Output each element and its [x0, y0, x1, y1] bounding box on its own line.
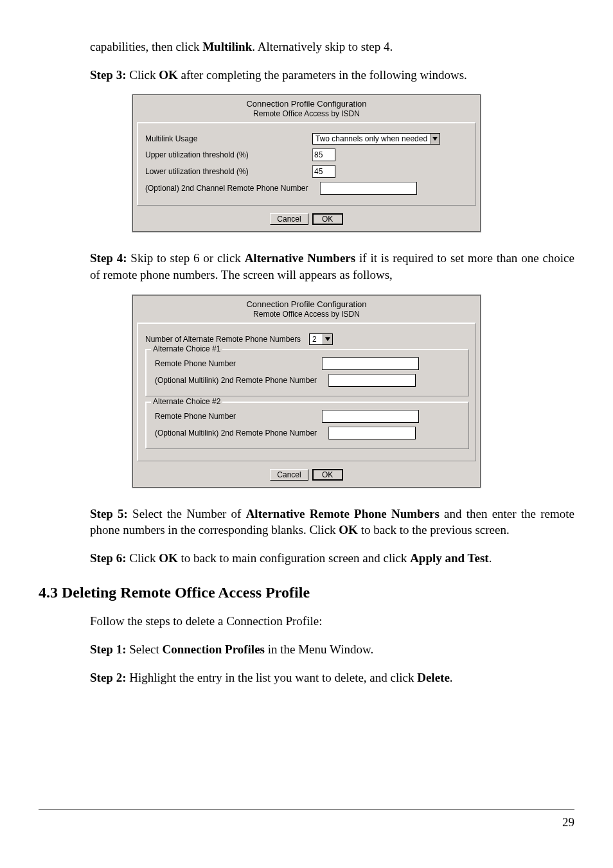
step6-bold2: Apply and Test	[410, 551, 489, 565]
dstep2-pre: Highlight the entry in the list you want…	[126, 671, 417, 684]
step3-bold: OK	[159, 68, 178, 82]
dialog2-buttons: Cancel OK	[133, 465, 480, 487]
dstep2-bold: Delete	[417, 671, 450, 684]
dialog2-title: Connection Profile Configuration Remote …	[133, 296, 480, 320]
step5-post: to back to the previous screen.	[358, 523, 510, 536]
row-multilink-usage: Multilink Usage Two channels only when n…	[145, 133, 469, 145]
input-upper-threshold[interactable]	[312, 148, 335, 161]
delete-intro: Follow the steps to delete a Connection …	[90, 613, 574, 630]
step3-line: Step 3: Click OK after completing the pa…	[90, 67, 574, 84]
c2-label-remote: Remote Phone Number	[151, 412, 322, 421]
chevron-down-icon[interactable]	[430, 134, 440, 144]
c1-input-remote[interactable]	[322, 357, 419, 370]
step3-label: Step 3:	[90, 68, 126, 82]
dstep1-pre: Select	[126, 642, 162, 656]
step3-post: after completing the parameters in the f…	[178, 68, 467, 82]
step6-bold1: OK	[159, 551, 178, 565]
intro-post: . Alternatively skip to step 4.	[252, 40, 393, 53]
step5-bold1: Alternative Remote Phone Numbers	[246, 507, 440, 520]
c2-input-opt[interactable]	[328, 427, 416, 439]
dstep1-label: Step 1:	[90, 642, 126, 656]
select-multilink-usage[interactable]: Two channels only when needed	[312, 133, 440, 145]
step6-pre: Click	[126, 551, 159, 565]
row-upper-threshold: Upper utilization threshold (%)	[145, 148, 469, 161]
svg-marker-0	[432, 137, 438, 141]
intro-bold: Multilink	[202, 40, 252, 53]
step4-bold: Alternative Numbers	[245, 251, 356, 265]
step6-line: Step 6: Click OK to back to main configu…	[90, 550, 574, 567]
dialog2-title1: Connection Profile Configuration	[136, 299, 477, 309]
c2-row-opt: (Optional Multilink) 2nd Remote Phone Nu…	[151, 427, 463, 439]
dstep2-label: Step 2:	[90, 671, 126, 684]
dstep1-line: Step 1: Select Connection Profiles in th…	[90, 641, 574, 658]
cancel-button[interactable]: Cancel	[270, 469, 308, 481]
step4-pre: Skip to step 6 or click	[127, 251, 245, 265]
dialog-multilink: Connection Profile Configuration Remote …	[132, 94, 481, 232]
intro-line: capabilities, then click Multilink. Alte…	[90, 39, 574, 55]
label-num-alternate: Number of Alternate Remote Phone Numbers	[145, 335, 309, 344]
dstep1-post: in the Menu Window.	[265, 642, 373, 656]
c2-row-remote: Remote Phone Number	[151, 410, 463, 423]
dstep1-bold: Connection Profiles	[162, 642, 265, 656]
dialog2-title2: Remote Office Access by ISDN	[136, 310, 477, 319]
legend-choice1: Alternate Choice #1	[151, 344, 222, 353]
fieldset-choice2: Alternate Choice #2 Remote Phone Number …	[145, 402, 469, 449]
label-lower-threshold: Lower utilization threshold (%)	[145, 167, 312, 176]
c1-input-opt[interactable]	[328, 374, 416, 387]
footer-rule	[39, 810, 574, 810]
page-number: 29	[562, 815, 574, 829]
dialog2-body: Number of Alternate Remote Phone Numbers…	[137, 323, 476, 461]
ok-button[interactable]: OK	[312, 213, 343, 225]
c1-label-remote: Remote Phone Number	[151, 359, 322, 368]
dialog1-title1: Connection Profile Configuration	[136, 99, 477, 109]
dialog1-buttons: Cancel OK	[133, 209, 480, 231]
step5-label: Step 5:	[90, 507, 128, 520]
c1-row-remote: Remote Phone Number	[151, 357, 463, 370]
select-multilink-text: Two channels only when needed	[313, 134, 430, 144]
select-num-alternate[interactable]: 2	[309, 333, 333, 345]
step5-line: Step 5: Select the Number of Alternative…	[90, 506, 574, 538]
dialog-alt-numbers: Connection Profile Configuration Remote …	[132, 295, 481, 488]
select-num-text: 2	[310, 334, 323, 344]
row-optional-phone: (Optional) 2nd Channel Remote Phone Numb…	[145, 182, 469, 195]
step6-mid: to back to main configuration screen and…	[178, 551, 410, 565]
step5-bold2: OK	[339, 523, 358, 536]
chevron-down-icon[interactable]	[323, 334, 332, 344]
dialog1-title: Connection Profile Configuration Remote …	[133, 95, 480, 120]
input-optional-phone[interactable]	[320, 182, 417, 195]
c1-label-opt: (Optional Multilink) 2nd Remote Phone Nu…	[151, 376, 328, 385]
step6-post: .	[489, 551, 492, 565]
step3-pre: Click	[126, 68, 159, 82]
c2-input-remote[interactable]	[322, 410, 419, 423]
legend-choice2: Alternate Choice #2	[151, 397, 222, 406]
step5-pre: Select the Number of	[128, 507, 246, 520]
dialog1-title2: Remote Office Access by ISDN	[136, 109, 477, 118]
dialog1-body: Multilink Usage Two channels only when n…	[137, 122, 476, 206]
c1-row-opt: (Optional Multilink) 2nd Remote Phone Nu…	[151, 374, 463, 387]
cancel-button[interactable]: Cancel	[270, 213, 308, 225]
row-num-alternate: Number of Alternate Remote Phone Numbers…	[145, 333, 469, 345]
intro-pre: capabilities, then click	[90, 40, 202, 53]
step4-label: Step 4:	[90, 251, 127, 265]
input-lower-threshold[interactable]	[312, 165, 335, 178]
label-multilink-usage: Multilink Usage	[145, 134, 312, 143]
step6-label: Step 6:	[90, 551, 126, 565]
c2-label-opt: (Optional Multilink) 2nd Remote Phone Nu…	[151, 429, 328, 438]
ok-button[interactable]: OK	[312, 469, 343, 481]
fieldset-choice1: Alternate Choice #1 Remote Phone Number …	[145, 349, 469, 396]
label-optional-phone: (Optional) 2nd Channel Remote Phone Numb…	[145, 184, 320, 193]
dstep2-line: Step 2: Highlight the entry in the list …	[90, 669, 574, 686]
label-upper-threshold: Upper utilization threshold (%)	[145, 150, 312, 159]
row-lower-threshold: Lower utilization threshold (%)	[145, 165, 469, 178]
dstep2-post: .	[450, 671, 453, 684]
section-heading: 4.3 Deleting Remote Office Access Profil…	[39, 584, 574, 601]
step4-line: Step 4: Skip to step 6 or click Alternat…	[90, 250, 574, 283]
svg-marker-1	[325, 337, 330, 341]
